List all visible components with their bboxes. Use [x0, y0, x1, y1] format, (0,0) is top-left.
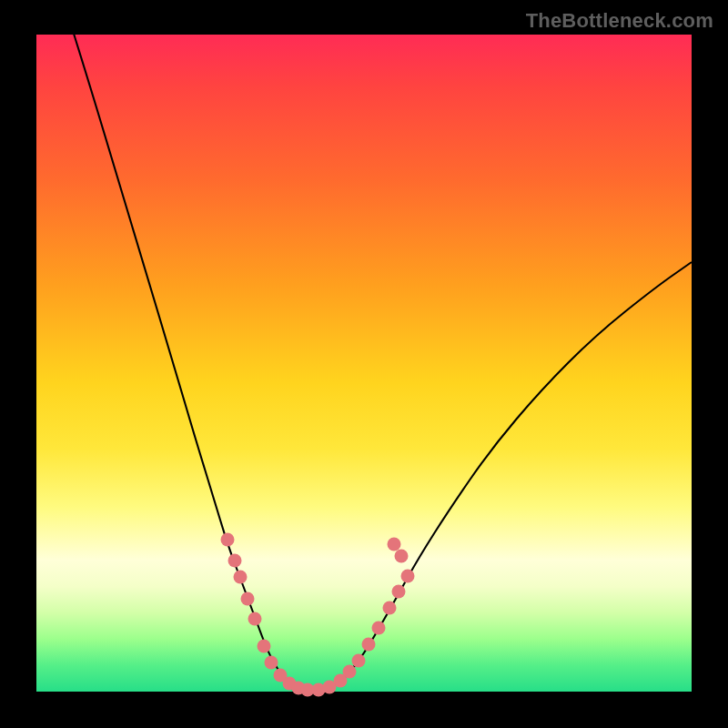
scatter-dot	[383, 602, 397, 615]
chart-stage: TheBottleneck.com	[0, 0, 728, 728]
scatter-dot	[343, 665, 357, 679]
plot-area	[36, 35, 692, 692]
scatter-dot	[401, 570, 415, 583]
scatter-dot	[388, 538, 401, 551]
scatter-dot	[372, 622, 386, 635]
scatter-dot	[248, 612, 262, 626]
scatter-dot	[362, 638, 376, 652]
scatter-dot	[228, 554, 242, 568]
bottleneck-curve	[66, 7, 692, 690]
scatter-dot	[221, 533, 235, 547]
scatter-dot	[258, 640, 271, 653]
scatter-dot	[234, 571, 248, 584]
scatter-dot	[395, 550, 409, 563]
curve-svg	[36, 35, 692, 692]
scatter-dot	[392, 585, 406, 599]
watermark-text: TheBottleneck.com	[526, 9, 713, 33]
scatter-dot	[352, 654, 366, 668]
scatter-dot	[241, 592, 255, 606]
scatter-dot	[265, 656, 278, 670]
scatter-dots	[221, 533, 415, 697]
